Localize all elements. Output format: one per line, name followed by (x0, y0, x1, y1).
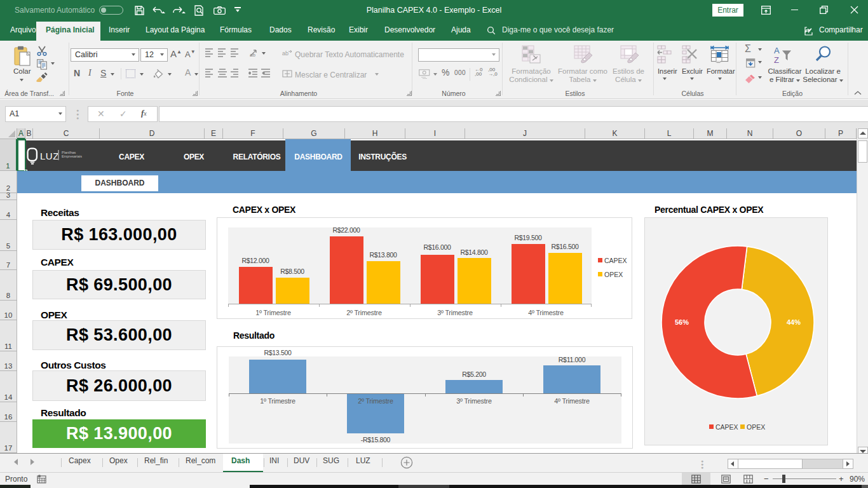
svg-text:ab: ab (282, 50, 288, 57)
svg-text:Z: Z (774, 55, 779, 65)
svg-text:A: A (774, 46, 780, 55)
svg-text:ab: ab (250, 52, 255, 57)
